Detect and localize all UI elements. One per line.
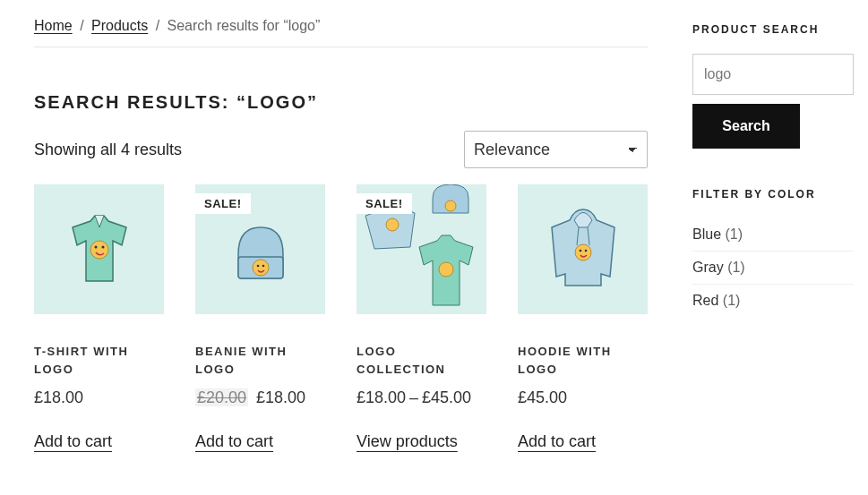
search-button[interactable]: Search [692, 104, 800, 149]
product-card[interactable]: T-SHIRT WITH LOGO £18.00 Add to cart [34, 184, 164, 451]
product-title: LOGO COLLECTION [357, 343, 486, 378]
color-filter-item[interactable]: Red (1) [692, 285, 854, 317]
color-filter-list: Blue (1) Gray (1) Red (1) [692, 218, 854, 317]
product-card[interactable]: HOODIE WITH LOGO £45.00 Add to cart [518, 184, 648, 451]
svg-point-0 [90, 241, 108, 259]
page-title: SEARCH RESULTS: “LOGO” [34, 92, 648, 113]
svg-point-7 [386, 218, 399, 231]
sort-select[interactable]: Relevance [464, 131, 648, 168]
product-image [518, 184, 648, 314]
product-image [34, 184, 164, 314]
breadcrumb-home[interactable]: Home [34, 18, 73, 33]
widget-title-filter: FILTER BY COLOR [692, 188, 854, 201]
product-image: SALE! [195, 184, 325, 314]
view-products-button[interactable]: View products [357, 432, 458, 451]
svg-point-13 [579, 249, 581, 252]
product-price: £18.00 [34, 388, 164, 407]
breadcrumb-tail: Search results for “logo” [168, 18, 321, 33]
product-grid: T-SHIRT WITH LOGO £18.00 Add to cart SAL… [34, 184, 648, 451]
svg-point-9 [439, 262, 453, 277]
product-price: £18.00–£45.00 [357, 388, 486, 407]
product-title: BEANIE WITH LOGO [195, 343, 325, 378]
svg-point-4 [253, 260, 269, 276]
color-filter-item[interactable]: Blue (1) [692, 218, 854, 252]
sale-badge: SALE! [357, 193, 412, 214]
add-to-cart-button[interactable]: Add to cart [195, 432, 273, 451]
svg-point-2 [101, 245, 104, 248]
product-card[interactable]: SALE! LOGO COLLECTION £18 [357, 184, 486, 451]
color-filter-item[interactable]: Gray (1) [692, 252, 854, 285]
svg-point-8 [445, 201, 456, 211]
svg-point-5 [256, 264, 259, 267]
add-to-cart-button[interactable]: Add to cart [34, 432, 112, 451]
svg-point-14 [584, 249, 587, 252]
breadcrumb-sep: / [156, 18, 159, 33]
result-count: Showing all 4 results [34, 141, 182, 159]
widget-title-search: PRODUCT SEARCH [692, 23, 854, 36]
search-input[interactable] [692, 54, 854, 95]
add-to-cart-button[interactable]: Add to cart [518, 432, 596, 451]
old-price: £20.00 [195, 388, 248, 406]
product-card[interactable]: SALE! BEANIE WITH LOGO £20.00 £18.00 Add… [195, 184, 325, 451]
svg-point-1 [94, 245, 97, 248]
product-price: £45.00 [518, 388, 648, 407]
breadcrumb: Home / Products / Search results for “lo… [34, 18, 648, 47]
product-title: HOODIE WITH LOGO [518, 343, 648, 378]
svg-point-12 [575, 244, 591, 260]
product-title: T-SHIRT WITH LOGO [34, 343, 164, 378]
sale-badge: SALE! [195, 193, 251, 214]
breadcrumb-sep: / [80, 18, 83, 33]
product-price: £20.00 £18.00 [195, 388, 325, 407]
product-image: SALE! [357, 184, 486, 314]
svg-point-6 [262, 264, 264, 267]
breadcrumb-products[interactable]: Products [91, 18, 148, 33]
